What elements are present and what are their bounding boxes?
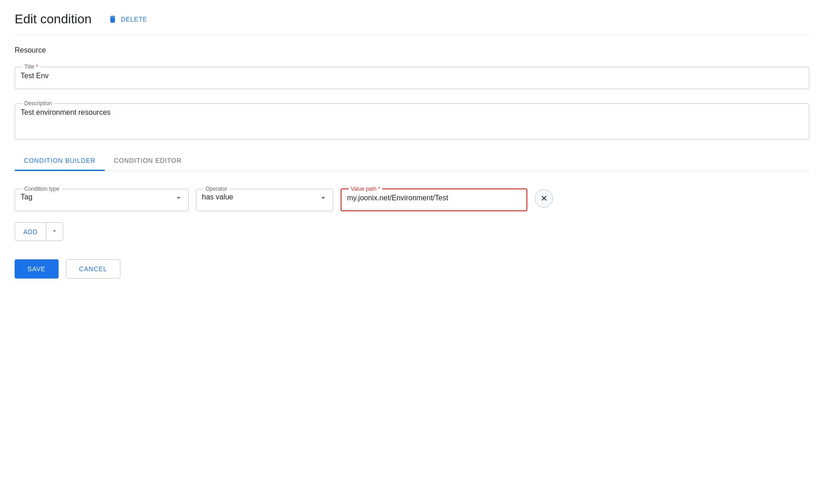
cancel-button[interactable]: CANCEL — [66, 259, 121, 279]
description-fieldset: Description Test environment resources — [15, 100, 809, 139]
description-field-wrapper: Description Test environment resources — [15, 100, 809, 139]
tab-condition-builder[interactable]: CONDITION BUILDER — [15, 150, 105, 171]
trash-icon — [108, 15, 117, 24]
resource-section: Resource Title * Description Test enviro… — [15, 46, 809, 139]
value-path-input[interactable] — [347, 192, 521, 202]
title-field-wrapper: Title * — [15, 64, 809, 89]
clear-value-button[interactable]: ✕ — [535, 189, 553, 208]
tab-condition-editor[interactable]: CONDITION EDITOR — [105, 150, 191, 171]
title-input[interactable] — [21, 70, 803, 80]
tabs-container: CONDITION BUILDER CONDITION EDITOR — [15, 150, 809, 171]
value-path-wrapper: Value path * — [341, 186, 527, 211]
page-header: Edit condition DELETE — [15, 11, 809, 35]
title-fieldset: Title * — [15, 64, 809, 89]
condition-type-wrapper: Condition type Tag IP Range Resource — [15, 186, 189, 211]
operator-legend: Operator — [204, 186, 229, 192]
description-legend: Description — [22, 100, 54, 107]
condition-row: Condition type Tag IP Range Resource Op — [15, 186, 809, 211]
condition-builder-content: Condition type Tag IP Range Resource Op — [15, 186, 809, 241]
value-path-fieldset: Value path * — [341, 186, 527, 211]
close-icon: ✕ — [541, 193, 548, 204]
operator-wrapper: Operator has value not has value — [196, 186, 333, 211]
action-buttons: SAVE CANCEL — [15, 259, 809, 279]
operator-select[interactable]: has value not has value — [202, 192, 314, 201]
title-required-star: * — [36, 64, 38, 70]
section-label: Resource — [15, 46, 809, 54]
add-button-group: ADD — [15, 222, 63, 241]
add-button[interactable]: ADD — [15, 223, 46, 241]
description-input[interactable]: Test environment resources — [21, 107, 803, 134]
chevron-down-icon — [51, 227, 58, 236]
value-path-legend: Value path * — [349, 186, 382, 192]
condition-type-fieldset: Condition type Tag IP Range Resource — [15, 186, 189, 211]
save-button[interactable]: SAVE — [15, 259, 59, 279]
delete-label: DELETE — [121, 16, 147, 23]
operator-fieldset: Operator has value not has value — [196, 186, 333, 211]
title-legend: Title * — [22, 64, 40, 70]
value-path-required-star: * — [378, 186, 380, 192]
page-title: Edit condition — [15, 12, 92, 27]
add-dropdown-button[interactable] — [46, 223, 63, 241]
delete-button[interactable]: DELETE — [106, 11, 149, 27]
condition-type-legend: Condition type — [22, 186, 61, 192]
condition-type-select[interactable]: Tag IP Range Resource — [21, 192, 170, 201]
